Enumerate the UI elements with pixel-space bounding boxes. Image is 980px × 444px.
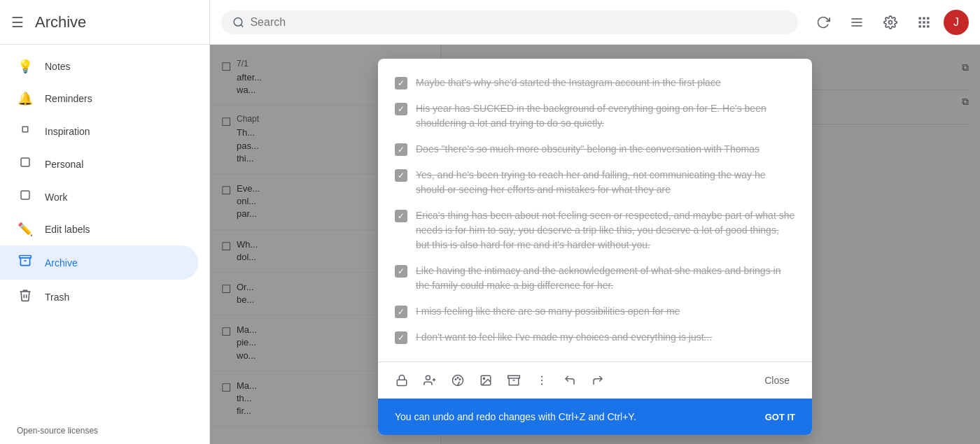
- sidebar: ☰ Archive 💡 Notes 🔔 Reminders Inspiratio…: [0, 0, 210, 444]
- svg-point-27: [483, 378, 484, 379]
- checkbox-checked[interactable]: ✓: [395, 103, 407, 115]
- sidebar-item-archive[interactable]: Archive: [0, 245, 198, 280]
- sidebar-item-inspiration[interactable]: Inspiration: [0, 115, 198, 148]
- sidebar-item-personal[interactable]: Personal: [0, 148, 198, 180]
- modal-overlay[interactable]: ✓ Maybe that's why she'd started the Ins…: [210, 45, 980, 444]
- personal-icon: [17, 156, 34, 172]
- svg-rect-0: [21, 158, 29, 166]
- add-person-icon: [424, 374, 436, 387]
- color-palette-button[interactable]: [445, 368, 470, 393]
- more-options-button[interactable]: [529, 368, 554, 393]
- sidebar-item-work[interactable]: Work: [0, 180, 198, 213]
- sidebar-item-label: Archive: [45, 257, 78, 268]
- hamburger-icon[interactable]: ☰: [11, 14, 24, 31]
- sidebar-item-label: Notes: [45, 61, 71, 72]
- more-icon: [536, 374, 548, 387]
- checkbox-checked[interactable]: ✓: [395, 306, 407, 318]
- undo-icon: [564, 374, 576, 387]
- sidebar-item-trash[interactable]: Trash: [0, 280, 198, 314]
- reminders-icon: 🔔: [17, 91, 34, 106]
- svg-point-24: [457, 378, 458, 379]
- checkbox-checked[interactable]: ✓: [395, 210, 407, 222]
- svg-line-4: [241, 24, 243, 27]
- topbar-actions: J: [809, 8, 969, 36]
- sidebar-header: ☰ Archive: [0, 0, 209, 45]
- archive-button[interactable]: [501, 368, 526, 393]
- edit-labels-icon: ✏️: [17, 222, 34, 237]
- checklist-text: I don't want to feel like I've made my c…: [416, 330, 712, 345]
- search-input[interactable]: [250, 16, 787, 29]
- checklist-item: ✓ Yes, and he's been trying to reach her…: [395, 162, 795, 203]
- add-collaborator-button[interactable]: [417, 368, 442, 393]
- sidebar-footer[interactable]: Open-source licenses: [0, 417, 209, 444]
- settings-button[interactable]: [876, 8, 904, 36]
- search-icon: [232, 16, 244, 29]
- apps-button[interactable]: [910, 8, 938, 36]
- checkbox-checked[interactable]: ✓: [395, 143, 407, 156]
- svg-point-31: [541, 380, 542, 381]
- redo-icon: [592, 374, 604, 387]
- apps-icon: [917, 15, 931, 29]
- svg-rect-14: [927, 21, 929, 23]
- lock-icon: [396, 374, 408, 387]
- checklist-text: I miss feeling like there are so many po…: [416, 304, 680, 319]
- sidebar-item-notes[interactable]: 💡 Notes: [0, 50, 198, 83]
- notification-bar: You can undo and redo changes with Ctrl+…: [378, 399, 812, 435]
- notification-action-button[interactable]: Got it: [765, 412, 795, 422]
- refresh-button[interactable]: [809, 8, 837, 36]
- redo-button[interactable]: [585, 368, 610, 393]
- checklist-item: ✓ I miss feeling like there are so many …: [395, 299, 795, 324]
- checklist-item: ✓ Erica's thing has been about not feeli…: [395, 203, 795, 258]
- svg-rect-13: [923, 21, 925, 23]
- undo-button[interactable]: [557, 368, 582, 393]
- checklist-text: Erica's thing has been about not feeling…: [416, 208, 795, 252]
- notes-icon: 💡: [17, 59, 34, 74]
- svg-point-3: [234, 17, 242, 26]
- svg-rect-17: [927, 25, 929, 27]
- svg-point-25: [459, 379, 461, 380]
- work-icon: [17, 189, 34, 205]
- content-area: ☐ 7/1 after...wa... ☐ Chapt Th...pas...t…: [210, 45, 980, 444]
- sidebar-item-label: Inspiration: [45, 126, 90, 137]
- note-modal: ✓ Maybe that's why she'd started the Ins…: [378, 59, 812, 435]
- checklist-text: Yes, and he's been trying to reach her a…: [416, 168, 795, 197]
- checkbox-checked[interactable]: ✓: [395, 265, 407, 278]
- sidebar-nav: 💡 Notes 🔔 Reminders Inspiration Personal: [0, 45, 209, 417]
- sidebar-item-edit-labels[interactable]: ✏️ Edit labels: [0, 213, 198, 245]
- svg-point-19: [426, 375, 430, 380]
- app-title: Archive: [35, 13, 86, 31]
- avatar[interactable]: J: [944, 10, 969, 35]
- checklist-item: ✓ His year has SUCKED in the background …: [395, 96, 795, 136]
- checkbox-checked[interactable]: ✓: [395, 77, 407, 89]
- svg-rect-12: [919, 21, 921, 23]
- sidebar-item-reminders[interactable]: 🔔 Reminders: [0, 83, 198, 115]
- svg-rect-9: [919, 17, 921, 19]
- search-bar[interactable]: [221, 10, 798, 34]
- layout-button[interactable]: [843, 8, 871, 36]
- sidebar-item-label: Edit labels: [45, 224, 90, 235]
- modal-body: ✓ Maybe that's why she'd started the Ins…: [378, 59, 812, 361]
- sidebar-item-label: Trash: [45, 292, 69, 303]
- svg-rect-2: [20, 256, 31, 258]
- svg-rect-10: [923, 17, 925, 19]
- image-icon: [479, 374, 492, 387]
- notification-text: You can undo and redo changes with Ctrl+…: [395, 411, 636, 422]
- checklist-text: His year has SUCKED in the background of…: [416, 101, 795, 131]
- svg-point-23: [455, 379, 456, 380]
- sidebar-item-label: Personal: [45, 159, 83, 170]
- checkbox-checked[interactable]: ✓: [395, 331, 407, 344]
- inspiration-icon: [17, 123, 34, 139]
- checkbox-checked[interactable]: ✓: [395, 169, 407, 182]
- checklist-item: ✓ Does "there's so much more obscurity" …: [395, 136, 795, 162]
- checklist-item: ✓ I don't want to feel like I've made my…: [395, 324, 795, 350]
- settings-icon: [883, 15, 897, 29]
- close-button[interactable]: Close: [753, 369, 801, 392]
- checklist-text: Like having the intimacy and the acknowl…: [416, 264, 795, 293]
- checklist-item: ✓ Maybe that's why she'd started the Ins…: [395, 70, 795, 96]
- add-image-button[interactable]: [473, 368, 498, 393]
- checklist-text: Does "there's so much more obscurity" be…: [416, 142, 760, 157]
- lock-button[interactable]: [389, 368, 414, 393]
- topbar: J: [210, 0, 980, 45]
- trash-icon: [17, 288, 34, 306]
- archive-icon-toolbar: [507, 374, 520, 387]
